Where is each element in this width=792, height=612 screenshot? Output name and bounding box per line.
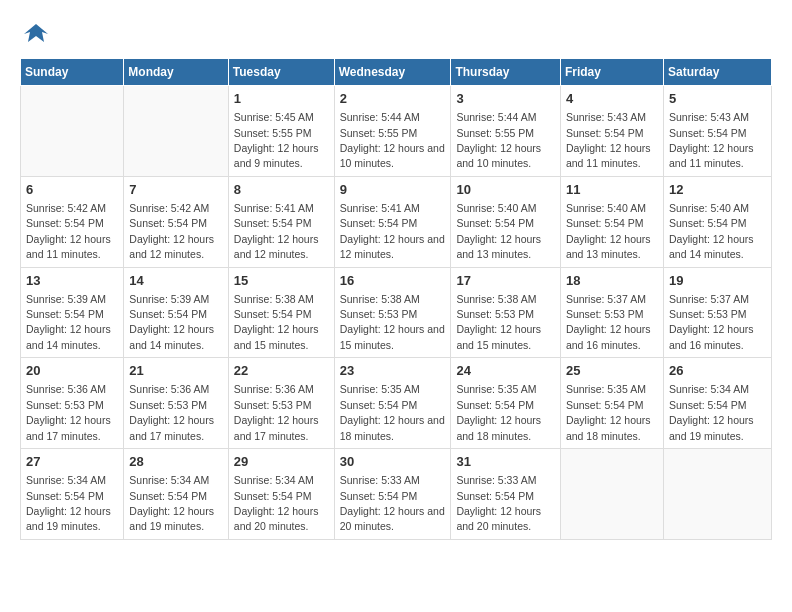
sunset-text: Sunset: 5:54 PM	[669, 127, 747, 139]
sunset-text: Sunset: 5:54 PM	[26, 308, 104, 320]
daylight-text: Daylight: 12 hours and 13 minutes.	[456, 233, 541, 260]
calendar-cell: 3Sunrise: 5:44 AMSunset: 5:55 PMDaylight…	[451, 86, 561, 177]
calendar-cell: 9Sunrise: 5:41 AMSunset: 5:54 PMDaylight…	[334, 176, 451, 267]
calendar-cell	[124, 86, 228, 177]
day-number: 16	[340, 272, 446, 290]
daylight-text: Daylight: 12 hours and 15 minutes.	[340, 323, 445, 350]
weekday-header: Saturday	[663, 59, 771, 86]
daylight-text: Daylight: 12 hours and 13 minutes.	[566, 233, 651, 260]
sunset-text: Sunset: 5:54 PM	[566, 217, 644, 229]
weekday-header: Thursday	[451, 59, 561, 86]
day-number: 21	[129, 362, 222, 380]
sunrise-text: Sunrise: 5:39 AM	[26, 293, 106, 305]
day-number: 17	[456, 272, 555, 290]
day-number: 23	[340, 362, 446, 380]
sunrise-text: Sunrise: 5:33 AM	[456, 474, 536, 486]
day-number: 26	[669, 362, 766, 380]
day-number: 14	[129, 272, 222, 290]
daylight-text: Daylight: 12 hours and 17 minutes.	[129, 414, 214, 441]
day-number: 1	[234, 90, 329, 108]
daylight-text: Daylight: 12 hours and 15 minutes.	[456, 323, 541, 350]
calendar-cell: 7Sunrise: 5:42 AMSunset: 5:54 PMDaylight…	[124, 176, 228, 267]
weekday-header: Tuesday	[228, 59, 334, 86]
daylight-text: Daylight: 12 hours and 12 minutes.	[340, 233, 445, 260]
calendar-cell: 2Sunrise: 5:44 AMSunset: 5:55 PMDaylight…	[334, 86, 451, 177]
sunset-text: Sunset: 5:54 PM	[129, 490, 207, 502]
calendar-cell: 24Sunrise: 5:35 AMSunset: 5:54 PMDayligh…	[451, 358, 561, 449]
sunset-text: Sunset: 5:54 PM	[234, 490, 312, 502]
sunrise-text: Sunrise: 5:43 AM	[566, 111, 646, 123]
sunset-text: Sunset: 5:53 PM	[26, 399, 104, 411]
sunrise-text: Sunrise: 5:35 AM	[566, 383, 646, 395]
sunrise-text: Sunrise: 5:39 AM	[129, 293, 209, 305]
daylight-text: Daylight: 12 hours and 10 minutes.	[340, 142, 445, 169]
sunrise-text: Sunrise: 5:34 AM	[234, 474, 314, 486]
calendar-cell: 21Sunrise: 5:36 AMSunset: 5:53 PMDayligh…	[124, 358, 228, 449]
sunset-text: Sunset: 5:54 PM	[456, 399, 534, 411]
calendar-cell: 15Sunrise: 5:38 AMSunset: 5:54 PMDayligh…	[228, 267, 334, 358]
sunset-text: Sunset: 5:53 PM	[456, 308, 534, 320]
daylight-text: Daylight: 12 hours and 17 minutes.	[26, 414, 111, 441]
sunrise-text: Sunrise: 5:43 AM	[669, 111, 749, 123]
weekday-header: Monday	[124, 59, 228, 86]
sunset-text: Sunset: 5:54 PM	[456, 490, 534, 502]
sunrise-text: Sunrise: 5:41 AM	[340, 202, 420, 214]
sunrise-text: Sunrise: 5:41 AM	[234, 202, 314, 214]
sunrise-text: Sunrise: 5:40 AM	[456, 202, 536, 214]
daylight-text: Daylight: 12 hours and 18 minutes.	[566, 414, 651, 441]
calendar-week-row: 1Sunrise: 5:45 AMSunset: 5:55 PMDaylight…	[21, 86, 772, 177]
sunset-text: Sunset: 5:54 PM	[669, 399, 747, 411]
sunrise-text: Sunrise: 5:37 AM	[669, 293, 749, 305]
day-number: 13	[26, 272, 118, 290]
daylight-text: Daylight: 12 hours and 16 minutes.	[669, 323, 754, 350]
daylight-text: Daylight: 12 hours and 12 minutes.	[129, 233, 214, 260]
logo	[20, 20, 50, 48]
sunset-text: Sunset: 5:55 PM	[456, 127, 534, 139]
sunrise-text: Sunrise: 5:38 AM	[340, 293, 420, 305]
weekday-header: Friday	[560, 59, 663, 86]
calendar-cell: 28Sunrise: 5:34 AMSunset: 5:54 PMDayligh…	[124, 449, 228, 540]
sunset-text: Sunset: 5:55 PM	[234, 127, 312, 139]
sunset-text: Sunset: 5:53 PM	[340, 308, 418, 320]
sunrise-text: Sunrise: 5:34 AM	[129, 474, 209, 486]
calendar-cell: 26Sunrise: 5:34 AMSunset: 5:54 PMDayligh…	[663, 358, 771, 449]
sunset-text: Sunset: 5:54 PM	[26, 490, 104, 502]
sunset-text: Sunset: 5:54 PM	[234, 217, 312, 229]
weekday-header: Wednesday	[334, 59, 451, 86]
daylight-text: Daylight: 12 hours and 14 minutes.	[669, 233, 754, 260]
day-number: 9	[340, 181, 446, 199]
daylight-text: Daylight: 12 hours and 11 minutes.	[669, 142, 754, 169]
calendar-cell: 23Sunrise: 5:35 AMSunset: 5:54 PMDayligh…	[334, 358, 451, 449]
sunset-text: Sunset: 5:53 PM	[234, 399, 312, 411]
sunrise-text: Sunrise: 5:42 AM	[26, 202, 106, 214]
daylight-text: Daylight: 12 hours and 15 minutes.	[234, 323, 319, 350]
sunset-text: Sunset: 5:54 PM	[566, 399, 644, 411]
calendar-cell: 29Sunrise: 5:34 AMSunset: 5:54 PMDayligh…	[228, 449, 334, 540]
calendar-cell: 27Sunrise: 5:34 AMSunset: 5:54 PMDayligh…	[21, 449, 124, 540]
day-number: 30	[340, 453, 446, 471]
sunset-text: Sunset: 5:53 PM	[669, 308, 747, 320]
day-number: 25	[566, 362, 658, 380]
calendar-cell: 31Sunrise: 5:33 AMSunset: 5:54 PMDayligh…	[451, 449, 561, 540]
sunset-text: Sunset: 5:54 PM	[234, 308, 312, 320]
weekday-header-row: SundayMondayTuesdayWednesdayThursdayFrid…	[21, 59, 772, 86]
calendar-week-row: 6Sunrise: 5:42 AMSunset: 5:54 PMDaylight…	[21, 176, 772, 267]
sunset-text: Sunset: 5:54 PM	[129, 308, 207, 320]
calendar-cell: 14Sunrise: 5:39 AMSunset: 5:54 PMDayligh…	[124, 267, 228, 358]
calendar-cell: 13Sunrise: 5:39 AMSunset: 5:54 PMDayligh…	[21, 267, 124, 358]
calendar-cell: 30Sunrise: 5:33 AMSunset: 5:54 PMDayligh…	[334, 449, 451, 540]
day-number: 11	[566, 181, 658, 199]
day-number: 29	[234, 453, 329, 471]
calendar-cell: 16Sunrise: 5:38 AMSunset: 5:53 PMDayligh…	[334, 267, 451, 358]
day-number: 6	[26, 181, 118, 199]
daylight-text: Daylight: 12 hours and 20 minutes.	[456, 505, 541, 532]
sunset-text: Sunset: 5:54 PM	[456, 217, 534, 229]
sunrise-text: Sunrise: 5:37 AM	[566, 293, 646, 305]
calendar-cell: 20Sunrise: 5:36 AMSunset: 5:53 PMDayligh…	[21, 358, 124, 449]
weekday-header: Sunday	[21, 59, 124, 86]
day-number: 4	[566, 90, 658, 108]
calendar-week-row: 13Sunrise: 5:39 AMSunset: 5:54 PMDayligh…	[21, 267, 772, 358]
sunrise-text: Sunrise: 5:35 AM	[340, 383, 420, 395]
daylight-text: Daylight: 12 hours and 19 minutes.	[669, 414, 754, 441]
day-number: 10	[456, 181, 555, 199]
